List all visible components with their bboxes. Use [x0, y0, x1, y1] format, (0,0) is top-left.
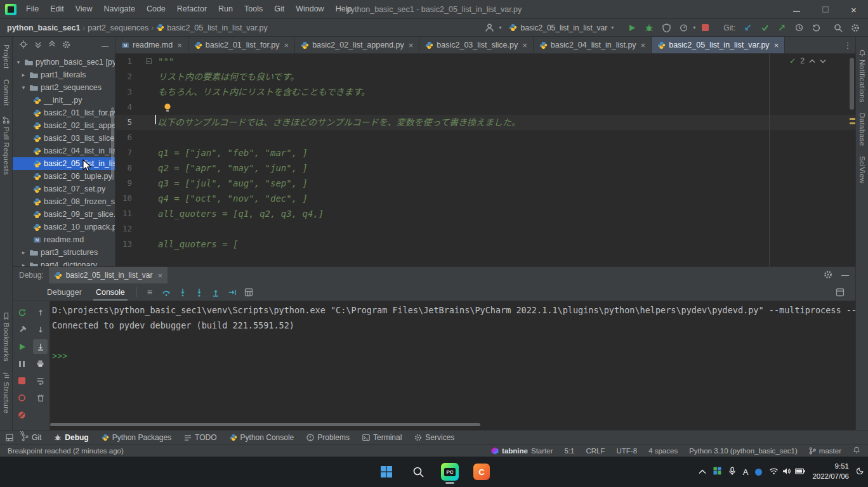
up-stack-icon[interactable] — [33, 305, 48, 320]
git-rollback-button[interactable] — [808, 20, 824, 36]
tree-item[interactable]: basic2_07_set.py — [13, 183, 115, 195]
tab-debugger[interactable]: Debugger — [41, 283, 88, 301]
chevron-right-icon[interactable] — [20, 249, 27, 256]
indent-selector[interactable]: 4 spaces — [648, 447, 678, 455]
code-line[interactable]: 3 もちろん、リスト内にリストを含むこともできます。 — [115, 84, 855, 100]
maximize-button[interactable] — [811, 0, 839, 19]
close-icon[interactable] — [522, 41, 527, 50]
step-out-icon[interactable] — [208, 285, 223, 300]
intention-bulb-icon[interactable] — [164, 103, 171, 112]
editor-tab[interactable]: readme.md — [115, 37, 188, 53]
rerun-debug-icon[interactable] — [15, 305, 29, 320]
line-ending-selector[interactable]: CRLF — [586, 447, 605, 455]
code-line[interactable]: 9 q3 = ["jul", "aug", "sep", ] — [115, 176, 855, 191]
menu-refactor[interactable]: Refactor — [171, 0, 213, 18]
close-icon[interactable] — [641, 41, 646, 50]
hide-panel-icon[interactable] — [102, 41, 109, 50]
wifi-icon[interactable] — [769, 467, 779, 477]
tree-item[interactable]: __init__.py — [13, 94, 115, 107]
tab-options-icon[interactable] — [840, 37, 855, 53]
collapse-all-icon[interactable] — [48, 41, 56, 50]
stop-icon[interactable] — [15, 373, 29, 388]
tree-item[interactable]: basic2_03_list_slice.py — [13, 132, 115, 145]
line-number[interactable]: 13 — [115, 237, 132, 252]
editor-tab[interactable]: basic2_02_list_append.py — [295, 37, 419, 53]
tab-console[interactable]: Console — [89, 283, 131, 301]
line-number[interactable]: 9 — [115, 176, 132, 191]
print-icon[interactable] — [33, 356, 48, 371]
tree-item[interactable]: basic2_10_unpack.py — [13, 221, 115, 233]
chevron-up-icon[interactable] — [809, 59, 815, 63]
tree-item[interactable]: readme.md — [13, 233, 115, 246]
debug-button[interactable] — [641, 20, 657, 36]
close-icon[interactable] — [177, 41, 182, 50]
line-number[interactable]: 6 — [115, 130, 132, 145]
line-number[interactable]: 8 — [115, 160, 132, 176]
interpreter-selector[interactable]: Python 3.10 (python_basic_sec1) — [689, 447, 798, 455]
scroll-to-end-icon[interactable] — [33, 339, 48, 354]
caret-position[interactable]: 5:1 — [564, 447, 574, 455]
start-button[interactable] — [376, 459, 397, 484]
line-number[interactable]: 12 — [115, 221, 132, 237]
git-branch-widget[interactable]: master — [809, 447, 841, 455]
toolbar-item-git[interactable]: Git — [15, 431, 48, 444]
tree-scrollbar[interactable] — [111, 107, 114, 180]
chevron-right-icon[interactable] — [20, 262, 27, 266]
editor-tab[interactable]: basic2_04_list_in_list.py — [534, 37, 652, 53]
chevron-down-icon[interactable] — [15, 59, 22, 65]
tree-item[interactable]: part2_sequences — [13, 81, 115, 94]
mute-breakpoints-icon[interactable] — [15, 408, 29, 422]
debug-console[interactable]: D:\projects\python_basic_sec1\venv\Scrip… — [49, 301, 855, 430]
notifications-icon[interactable] — [853, 446, 860, 455]
line-number[interactable]: 11 — [115, 206, 132, 221]
tool-window-button-sciview[interactable]: SciView — [858, 156, 866, 184]
tool-window-button-notifications[interactable]: Notifications — [858, 49, 866, 103]
menu-code[interactable]: Code — [141, 0, 171, 18]
editor-tab[interactable]: basic2_03_list_slice.py — [419, 37, 533, 53]
git-push-button[interactable] — [774, 20, 789, 36]
editor-tab-active[interactable]: basic2_05_list_in_list_var.py — [652, 37, 785, 53]
project-settings-icon[interactable] — [62, 41, 70, 51]
code-editor[interactable]: 1 − """ 2 リスト内の要素は何でも良いです。 3 もちろん、リスト内にリ… — [115, 54, 855, 266]
notification-center-icon[interactable] — [856, 467, 864, 477]
taskbar-clock[interactable]: 9:51 2022/07/06 — [812, 462, 849, 481]
tool-window-button-pull-requests[interactable]: Pull Requests — [2, 116, 10, 175]
tray-status-icon[interactable] — [755, 469, 762, 476]
toolbar-item-debug[interactable]: Debug — [48, 431, 95, 444]
line-number[interactable]: 3 — [115, 84, 132, 100]
step-into-icon[interactable] — [175, 285, 190, 300]
encoding-selector[interactable]: UTF-8 — [617, 447, 638, 455]
tree-item[interactable]: basic2_02_list_append.py — [13, 119, 115, 132]
tree-item[interactable]: part1_literals — [13, 68, 115, 81]
tree-item[interactable]: basic2_04_list_in_list.py — [13, 145, 115, 157]
horizontal-scrollbar[interactable] — [50, 423, 480, 426]
clear-console-icon[interactable] — [33, 391, 48, 405]
taskbar-search-button[interactable] — [407, 459, 429, 484]
code-line[interactable]: 1 − """ — [115, 54, 855, 69]
debug-settings-icon[interactable] — [824, 270, 832, 281]
menu-run[interactable]: Run — [213, 0, 239, 18]
chevron-right-icon[interactable] — [20, 72, 27, 78]
line-number[interactable]: 5 — [115, 115, 132, 130]
toolbar-item-services[interactable]: Services — [408, 431, 461, 444]
toolbar-item-python-packages[interactable]: Python Packages — [95, 431, 178, 444]
chevron-down-icon[interactable] — [820, 59, 826, 63]
menu-git[interactable]: Git — [268, 0, 290, 18]
line-number[interactable]: 1 — [115, 54, 132, 69]
pause-icon[interactable] — [15, 356, 29, 371]
console-prompt[interactable]: >>> — [52, 348, 855, 363]
resume-icon[interactable] — [15, 339, 29, 354]
code-line[interactable]: 2 リスト内の要素は何でも良いです。 — [115, 69, 855, 84]
tree-item[interactable]: part4_dictionary — [13, 259, 115, 266]
breadcrumb-file[interactable]: basic2_05_list_in_list_var.py — [154, 23, 269, 32]
close-icon[interactable] — [157, 271, 162, 280]
menu-tools[interactable]: Tools — [239, 0, 268, 18]
inspection-widget[interactable]: 2 — [789, 56, 826, 65]
hide-panel-icon[interactable] — [841, 271, 849, 280]
tool-window-button-commit[interactable]: Commit — [3, 79, 10, 106]
expand-all-icon[interactable] — [34, 41, 42, 50]
run-button[interactable] — [624, 20, 640, 36]
line-number[interactable]: 2 — [115, 69, 132, 84]
search-everywhere-button[interactable] — [831, 20, 846, 36]
ide-settings-button[interactable] — [848, 20, 863, 36]
